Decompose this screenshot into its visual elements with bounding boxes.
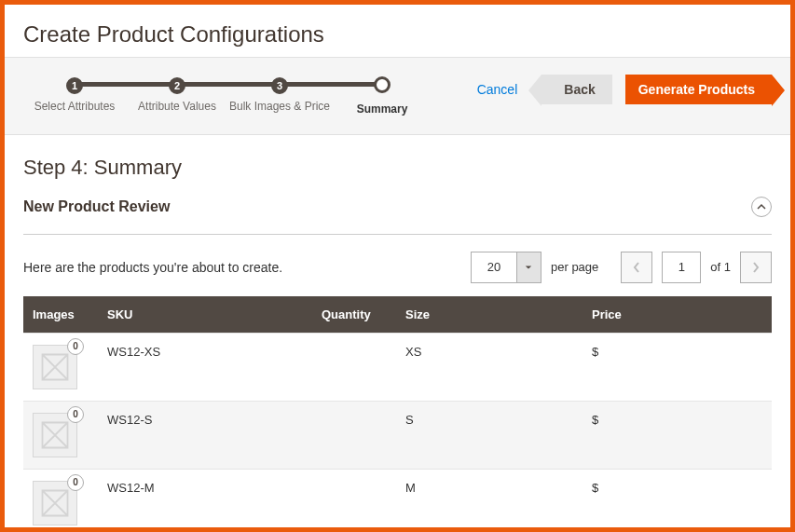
step-2-dot: 2 [169,77,185,94]
step-1: 1 Select Attributes [23,76,126,115]
image-thumbnail[interactable]: 0 [33,345,77,389]
step-3-label: Bulk Images & Price [228,100,331,115]
pager: 20 per page of 1 [471,252,772,283]
caret-down-icon [525,264,532,271]
table-body: 0 WS12-XS XS $ 0 WS12-S [23,333,772,532]
step-1-label: Select Attributes [23,100,126,115]
per-page-label: per page [551,260,598,274]
cell-quantity [312,469,396,532]
step-heading: Step 4: Summary [23,156,772,180]
col-price-header: Price [583,296,772,334]
cell-sku: WS12-M [98,469,312,532]
products-table: Images SKU Quantity Size Price 0 WS12-XS [23,296,772,532]
step-1-dot: 1 [66,77,83,94]
step-4-dot [374,76,391,93]
step-3: 3 Bulk Images & Price [228,76,331,115]
col-images-header: Images [23,296,98,334]
step-2: 2 Attribute Values [126,76,228,115]
generate-products-button[interactable]: Generate Products [625,75,772,104]
table-header-row: Images SKU Quantity Size Price [23,296,772,334]
cell-quantity [312,333,396,401]
cancel-button[interactable]: Cancel [460,75,535,104]
wizard-actions: Cancel Back Generate Products [460,75,772,104]
col-size-header: Size [396,296,583,334]
cell-price: $ [583,333,772,401]
placeholder-icon [38,350,72,384]
section-title: New Product Review [23,198,170,215]
cell-sku: WS12-S [98,401,312,469]
col-quantity-header: Quantity [312,296,396,334]
table-row: 0 WS12-M M $ [23,469,772,532]
table-row: 0 WS12-S S $ [23,401,772,469]
page-size-arrow[interactable] [516,252,541,282]
page-number-input[interactable] [662,252,701,283]
chevron-up-icon [757,202,766,211]
toolbar: Here are the products you're about to cr… [23,252,772,283]
image-thumbnail[interactable]: 0 [33,481,77,525]
prev-page-button[interactable] [621,252,652,283]
cell-size: XS [396,333,583,401]
image-thumbnail[interactable]: 0 [33,413,77,457]
cell-size: S [396,401,583,469]
placeholder-icon [38,418,72,452]
collapse-toggle[interactable] [751,197,772,217]
chevron-left-icon [633,262,640,273]
intro-text: Here are the products you're about to cr… [23,260,282,275]
step-2-label: Attribute Values [126,100,228,115]
image-count-badge: 0 [67,474,84,491]
steps-wrap: 1 Select Attributes 2 Attribute Values 3… [23,75,433,117]
cell-sku: WS12-XS [98,333,312,401]
chevron-right-icon [752,262,760,273]
step-4-label: Summary [331,102,433,117]
next-page-button[interactable] [740,252,772,283]
cell-size: M [396,469,583,532]
table-row: 0 WS12-XS XS $ [23,333,772,401]
page-of-label: of 1 [710,260,731,274]
step-3-dot: 3 [271,77,288,94]
wizard-progress-bar: 1 Select Attributes 2 Attribute Values 3… [5,57,790,135]
page-size-select[interactable]: 20 [471,252,541,283]
placeholder-icon [38,486,72,520]
back-button[interactable]: Back [541,75,611,104]
cell-quantity [312,401,396,469]
step-4: Summary [331,76,433,117]
image-count-badge: 0 [67,406,84,423]
page-title: Create Product Configurations [5,5,790,57]
cell-price: $ [583,469,772,532]
section-header: New Product Review [23,197,772,235]
col-sku-header: SKU [98,296,312,334]
image-count-badge: 0 [67,338,84,355]
page-size-value: 20 [472,252,516,282]
cell-price: $ [583,401,772,469]
